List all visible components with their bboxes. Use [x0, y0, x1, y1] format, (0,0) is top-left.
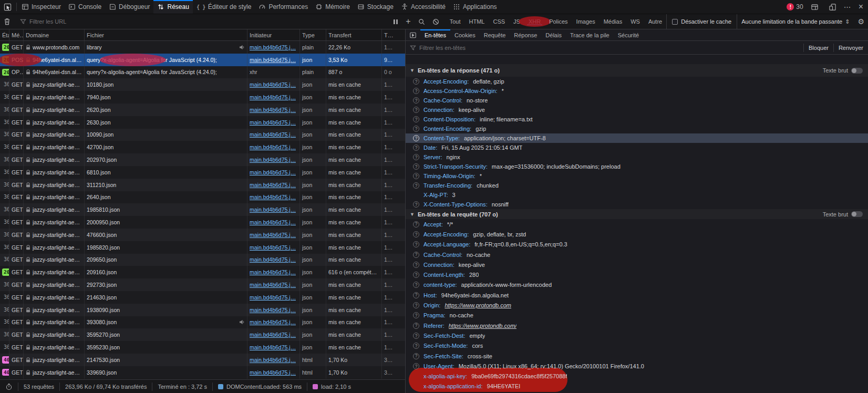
header-row[interactable]: ? Content-Disposition inline; filename=a… [406, 115, 868, 124]
tab-console[interactable]: Console [65, 0, 105, 14]
help-icon[interactable]: ? [413, 241, 419, 247]
header-row[interactable]: ? Host 94he6yatei-dsn.algolia.net [406, 290, 868, 300]
help-icon[interactable]: ? [413, 252, 419, 258]
initiator-link[interactable]: main.bd4b6d75.j… [250, 357, 296, 363]
disable-cache-checkbox[interactable] [672, 19, 678, 25]
request-row[interactable]: 304 GET jazzy-starlight-aeea19.netli… 29… [0, 278, 405, 291]
type-filter-chip[interactable]: Polices [545, 17, 572, 26]
block-button[interactable]: Bloquer [803, 44, 833, 52]
help-icon[interactable]: ? [413, 282, 419, 288]
request-row[interactable]: 304 GET jazzy-starlight-aeea19.netli… 20… [0, 254, 405, 266]
responsive-design-button[interactable] [825, 3, 840, 11]
initiator-link[interactable]: main.bd4b6d75.j… [250, 219, 296, 225]
tab-memoire[interactable]: Mémoire [312, 0, 354, 14]
tab-debogueur[interactable]: Débogueur [105, 0, 153, 14]
initiator-link[interactable]: main.bd4b6d75.j… [250, 194, 296, 200]
block-request-button[interactable] [429, 14, 443, 29]
url-filter-input[interactable] [29, 18, 389, 25]
help-icon[interactable]: ? [413, 262, 419, 268]
details-tab[interactable]: Requête [480, 29, 510, 40]
help-icon[interactable]: ? [413, 154, 419, 160]
clear-requests-button[interactable] [0, 14, 14, 29]
resend-button[interactable]: Renvoyer [833, 44, 868, 52]
header-row[interactable]: ? Connection keep-alive [406, 260, 868, 270]
request-row[interactable]: 304 GET jazzy-starlight-aeea19.netli… 39… [0, 316, 405, 329]
header-row[interactable]: ? X-Content-Type-Options nosniff [406, 200, 868, 209]
help-icon[interactable]: ? [413, 78, 419, 85]
help-icon[interactable]: ? [413, 144, 419, 151]
tab-reseau[interactable]: Réseau [153, 0, 192, 14]
column-header-type[interactable]: Type [300, 29, 326, 40]
initiator-link[interactable]: main.bd4b6d75.j… [250, 157, 296, 163]
request-row[interactable]: 304 GET jazzy-starlight-aeea19.netli… 19… [0, 241, 405, 254]
throttling-select[interactable]: Aucune limitation de la bande passante ⇕ [737, 14, 854, 29]
search-button[interactable] [415, 14, 429, 29]
initiator-link[interactable]: main.bd4b6d75.j… [250, 344, 296, 350]
request-row[interactable]: 304 GET jazzy-starlight-aeea19.netli… 19… [0, 203, 405, 216]
help-icon[interactable]: ? [413, 88, 419, 94]
header-row[interactable]: ? Content-Type application/json; charset… [406, 133, 868, 143]
help-icon[interactable]: ? [413, 231, 419, 237]
help-icon[interactable]: ? [413, 272, 419, 278]
details-tab[interactable]: Délais [541, 29, 566, 40]
help-icon[interactable]: ? [413, 343, 419, 349]
type-filter-chip[interactable]: XHR [524, 17, 545, 26]
initiator-link[interactable]: main.bd4b6d75.j… [250, 81, 296, 88]
select-iframe-button[interactable] [807, 3, 822, 11]
tab-editeur-de-style[interactable]: { } Éditeur de style [193, 0, 255, 14]
initiator-link[interactable]: main.bd4b6d75.j… [250, 282, 296, 288]
initiator-link[interactable]: main.bd4b6d75.j… [250, 206, 296, 213]
headers-filter-input[interactable] [419, 45, 803, 51]
help-icon[interactable]: ? [413, 363, 419, 369]
request-row[interactable]: 304 GET jazzy-starlight-aeea19.netli… 42… [0, 141, 405, 153]
request-row[interactable]: 304 GET jazzy-starlight-aeea19.netli… 20… [0, 153, 405, 166]
help-icon[interactable]: ? [413, 312, 419, 318]
header-row[interactable]: ? Server nginx [406, 152, 868, 162]
performance-analysis-item[interactable] [0, 382, 18, 391]
header-row[interactable]: x-algolia-application-id 94HE6YATEI [406, 381, 868, 391]
raw-toggle-switch[interactable] [851, 68, 863, 74]
request-row[interactable]: 304 GET jazzy-starlight-aeea19.netli… 47… [0, 229, 405, 241]
request-row[interactable]: 304 GET jazzy-starlight-aeea19.netli… 26… [0, 191, 405, 204]
help-icon[interactable]: ? [413, 97, 419, 104]
header-row[interactable]: ? Content-Encoding gzip [406, 124, 868, 133]
request-row[interactable]: 304 GET jazzy-starlight-aeea19.netli… 31… [0, 179, 405, 191]
column-header-method[interactable]: Mé… [9, 29, 24, 40]
initiator-link[interactable]: main.bd4b6d75.j… [250, 119, 296, 126]
initiator-link[interactable]: main.bd4b6d75.j… [250, 144, 296, 150]
request-row[interactable]: 404 GET jazzy-starlight-aeea19.netli… 21… [0, 354, 405, 366]
header-row[interactable]: ? Accept-Encoding gzip, deflate, br, zst… [406, 229, 868, 239]
details-tab[interactable]: Sécurité [614, 29, 643, 40]
request-headers-section-header[interactable]: ▼ En-têtes de la requête (707 o) Texte b… [406, 209, 868, 219]
request-row[interactable]: 304 GET jazzy-starlight-aeea19.netli… 79… [0, 91, 405, 104]
help-icon[interactable]: ? [413, 302, 419, 308]
header-row[interactable]: ? Cache-Control no-cache [406, 250, 868, 260]
initiator-link[interactable]: main.bd4b6d75.j… [250, 57, 296, 63]
network-settings-button[interactable]: ⚙ [854, 14, 868, 29]
header-row[interactable]: ? Origin https://www.protondb.com [406, 300, 868, 310]
request-row[interactable]: 304 GET jazzy-starlight-aeea19.netli… 26… [0, 104, 405, 116]
initiator-link[interactable]: main.bd4b6d75.j… [250, 244, 296, 251]
request-row[interactable]: 404 GET jazzy-starlight-aeea19.netli… 33… [0, 366, 405, 379]
request-row[interactable]: 200 GET jazzy-starlight-aeea19.netli… 20… [0, 266, 405, 278]
response-headers-section-header[interactable]: ▼ En-têtes de la réponse (471 o) Texte b… [406, 64, 868, 77]
initiator-link[interactable]: main.bd4b6d75.j… [250, 269, 296, 275]
help-icon[interactable]: ? [413, 221, 419, 227]
meatball-menu-button[interactable]: ⋯ [840, 3, 855, 11]
header-row[interactable]: x-algolia-api-key 9ba0e69fb2974316cdaec8… [406, 371, 868, 381]
help-icon[interactable]: ? [413, 116, 419, 122]
column-header-transfer[interactable]: Transfert [326, 29, 382, 40]
initiator-link[interactable]: main.bd4b6d75.j… [250, 182, 296, 188]
header-row[interactable]: X-Alg-PT 3 [406, 190, 868, 200]
request-row[interactable]: 304 GET jazzy-starlight-aeea19.netli… 35… [0, 328, 405, 341]
pause-recording-button[interactable] [389, 14, 402, 29]
help-icon[interactable]: ? [413, 126, 419, 132]
new-request-button[interactable]: + [402, 14, 414, 29]
header-row[interactable]: ? Sec-Fetch-Site cross-site [406, 351, 868, 361]
type-filter-chip[interactable]: Autre [644, 17, 666, 26]
initiator-link[interactable]: main.bd4b6d75.j… [250, 332, 296, 338]
initiator-link[interactable]: main.bd4b6d75.j… [250, 307, 296, 313]
disable-cache-group[interactable]: Désactiver le cache [666, 14, 737, 29]
request-row[interactable]: 304 GET jazzy-starlight-aeea19.netli… 68… [0, 166, 405, 179]
type-filter-chip[interactable]: WS [626, 17, 644, 26]
